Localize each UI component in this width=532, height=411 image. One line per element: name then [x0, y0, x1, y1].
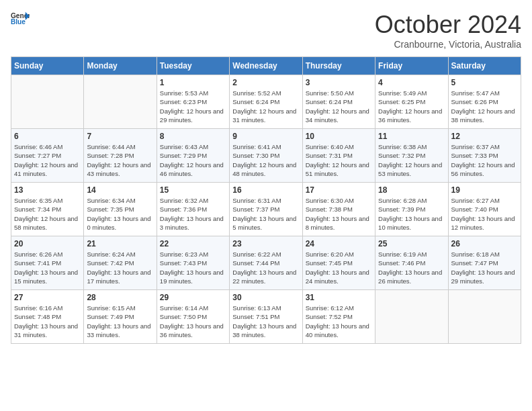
- calendar-week-row: 1Sunrise: 5:53 AMSunset: 6:23 PMDaylight…: [11, 75, 521, 129]
- day-number: 22: [160, 239, 226, 248]
- day-info: Sunrise: 6:44 AMSunset: 7:28 PMDaylight:…: [87, 142, 153, 178]
- day-number: 16: [232, 185, 299, 195]
- weekday-header: Sunday: [11, 57, 84, 75]
- calendar-cell: 10Sunrise: 6:40 AMSunset: 7:31 PMDayligh…: [302, 129, 375, 183]
- day-number: 21: [87, 239, 153, 248]
- day-info: Sunrise: 6:28 AMSunset: 7:39 PMDaylight:…: [378, 196, 445, 232]
- day-number: 5: [451, 78, 518, 87]
- calendar-cell: [448, 290, 521, 344]
- day-info: Sunrise: 6:15 AMSunset: 7:49 PMDaylight:…: [87, 304, 153, 339]
- day-number: 12: [451, 132, 518, 141]
- day-info: Sunrise: 5:47 AMSunset: 6:26 PMDaylight:…: [451, 89, 518, 124]
- calendar-cell: 4Sunrise: 5:49 AMSunset: 6:25 PMDaylight…: [375, 75, 448, 129]
- calendar-cell: 17Sunrise: 6:30 AMSunset: 7:38 PMDayligh…: [302, 183, 375, 236]
- weekday-header: Monday: [84, 57, 157, 75]
- day-info: Sunrise: 6:27 AMSunset: 7:40 PMDaylight:…: [451, 196, 518, 232]
- day-info: Sunrise: 6:12 AMSunset: 7:52 PMDaylight:…: [306, 304, 372, 339]
- day-info: Sunrise: 5:50 AMSunset: 6:24 PMDaylight:…: [306, 89, 372, 124]
- calendar-cell: 26Sunrise: 6:18 AMSunset: 7:47 PMDayligh…: [448, 236, 521, 290]
- calendar-cell: 20Sunrise: 6:26 AMSunset: 7:41 PMDayligh…: [11, 236, 84, 290]
- calendar-cell: [375, 290, 448, 344]
- day-info: Sunrise: 6:22 AMSunset: 7:44 PMDaylight:…: [232, 250, 299, 285]
- day-info: Sunrise: 6:40 AMSunset: 7:31 PMDaylight:…: [306, 142, 372, 178]
- day-info: Sunrise: 6:24 AMSunset: 7:42 PMDaylight:…: [87, 250, 153, 285]
- calendar-cell: 13Sunrise: 6:35 AMSunset: 7:34 PMDayligh…: [11, 183, 84, 236]
- calendar-cell: 22Sunrise: 6:23 AMSunset: 7:43 PMDayligh…: [157, 236, 229, 290]
- day-number: 24: [306, 239, 372, 248]
- day-info: Sunrise: 6:18 AMSunset: 7:47 PMDaylight:…: [451, 250, 518, 285]
- day-info: Sunrise: 6:38 AMSunset: 7:32 PMDaylight:…: [378, 142, 445, 178]
- calendar-cell: [84, 75, 157, 129]
- day-number: 27: [14, 293, 81, 302]
- day-info: Sunrise: 5:49 AMSunset: 6:25 PMDaylight:…: [378, 89, 445, 124]
- calendar-cell: 5Sunrise: 5:47 AMSunset: 6:26 PMDaylight…: [448, 75, 521, 129]
- calendar-cell: 18Sunrise: 6:28 AMSunset: 7:39 PMDayligh…: [375, 183, 448, 236]
- weekday-header: Wednesday: [230, 57, 302, 75]
- day-info: Sunrise: 6:23 AMSunset: 7:43 PMDaylight:…: [160, 250, 226, 285]
- day-info: Sunrise: 6:43 AMSunset: 7:29 PMDaylight:…: [160, 142, 226, 178]
- day-info: Sunrise: 6:41 AMSunset: 7:30 PMDaylight:…: [232, 142, 299, 178]
- weekday-header: Thursday: [302, 57, 375, 75]
- day-number: 4: [378, 78, 445, 87]
- day-info: Sunrise: 6:19 AMSunset: 7:46 PMDaylight:…: [378, 250, 445, 285]
- day-info: Sunrise: 6:16 AMSunset: 7:48 PMDaylight:…: [14, 304, 81, 339]
- day-number: 1: [160, 78, 226, 87]
- day-number: 25: [378, 239, 445, 248]
- day-number: 10: [306, 132, 372, 141]
- day-number: 7: [87, 132, 153, 141]
- day-number: 3: [306, 78, 372, 87]
- day-info: Sunrise: 6:20 AMSunset: 7:45 PMDaylight:…: [306, 250, 372, 285]
- weekday-header: Friday: [375, 57, 448, 75]
- calendar-cell: 2Sunrise: 5:52 AMSunset: 6:24 PMDaylight…: [230, 75, 302, 129]
- calendar-cell: 3Sunrise: 5:50 AMSunset: 6:24 PMDaylight…: [302, 75, 375, 129]
- calendar-week-row: 20Sunrise: 6:26 AMSunset: 7:41 PMDayligh…: [11, 236, 521, 290]
- day-number: 8: [160, 132, 226, 141]
- day-number: 30: [232, 293, 299, 302]
- calendar-cell: 14Sunrise: 6:34 AMSunset: 7:35 PMDayligh…: [84, 183, 157, 236]
- calendar-cell: 9Sunrise: 6:41 AMSunset: 7:30 PMDaylight…: [230, 129, 302, 183]
- day-info: Sunrise: 6:46 AMSunset: 7:27 PMDaylight:…: [14, 142, 81, 178]
- weekday-header: Saturday: [448, 57, 521, 75]
- weekday-header: Tuesday: [157, 57, 229, 75]
- calendar-cell: 7Sunrise: 6:44 AMSunset: 7:28 PMDaylight…: [84, 129, 157, 183]
- logo-icon: General Blue: [11, 11, 30, 26]
- day-info: Sunrise: 6:31 AMSunset: 7:37 PMDaylight:…: [232, 196, 299, 232]
- day-number: 14: [87, 185, 153, 195]
- calendar-cell: 28Sunrise: 6:15 AMSunset: 7:49 PMDayligh…: [84, 290, 157, 344]
- calendar-week-row: 27Sunrise: 6:16 AMSunset: 7:48 PMDayligh…: [11, 290, 521, 344]
- day-number: 13: [14, 185, 81, 195]
- calendar-cell: 16Sunrise: 6:31 AMSunset: 7:37 PMDayligh…: [230, 183, 302, 236]
- day-number: 23: [232, 239, 299, 248]
- location: Cranbourne, Victoria, Australia: [375, 39, 521, 50]
- day-number: 20: [14, 239, 81, 248]
- day-info: Sunrise: 5:52 AMSunset: 6:24 PMDaylight:…: [232, 89, 299, 124]
- day-info: Sunrise: 6:35 AMSunset: 7:34 PMDaylight:…: [14, 196, 81, 232]
- calendar-cell: 15Sunrise: 6:32 AMSunset: 7:36 PMDayligh…: [157, 183, 229, 236]
- calendar-week-row: 6Sunrise: 6:46 AMSunset: 7:27 PMDaylight…: [11, 129, 521, 183]
- calendar-cell: 27Sunrise: 6:16 AMSunset: 7:48 PMDayligh…: [11, 290, 84, 344]
- day-number: 6: [14, 132, 81, 141]
- calendar-cell: 6Sunrise: 6:46 AMSunset: 7:27 PMDaylight…: [11, 129, 84, 183]
- day-number: 11: [378, 132, 445, 141]
- calendar-cell: 25Sunrise: 6:19 AMSunset: 7:46 PMDayligh…: [375, 236, 448, 290]
- calendar-cell: 24Sunrise: 6:20 AMSunset: 7:45 PMDayligh…: [302, 236, 375, 290]
- day-number: 18: [378, 185, 445, 195]
- calendar-table: SundayMondayTuesdayWednesdayThursdayFrid…: [11, 56, 521, 344]
- svg-text:Blue: Blue: [11, 18, 26, 26]
- calendar-cell: 11Sunrise: 6:38 AMSunset: 7:32 PMDayligh…: [375, 129, 448, 183]
- day-number: 31: [306, 293, 372, 302]
- month-title: October 2024: [375, 11, 521, 39]
- calendar-cell: 23Sunrise: 6:22 AMSunset: 7:44 PMDayligh…: [230, 236, 302, 290]
- day-info: Sunrise: 6:30 AMSunset: 7:38 PMDaylight:…: [306, 196, 372, 232]
- day-number: 17: [306, 185, 372, 195]
- day-number: 28: [87, 293, 153, 302]
- day-info: Sunrise: 6:32 AMSunset: 7:36 PMDaylight:…: [160, 196, 226, 232]
- day-number: 29: [160, 293, 226, 302]
- calendar-cell: 8Sunrise: 6:43 AMSunset: 7:29 PMDaylight…: [157, 129, 229, 183]
- page-header: General Blue October 2024 Cranbourne, Vi…: [11, 11, 521, 50]
- day-number: 19: [451, 185, 518, 195]
- day-number: 15: [160, 185, 226, 195]
- calendar-cell: 1Sunrise: 5:53 AMSunset: 6:23 PMDaylight…: [157, 75, 229, 129]
- day-number: 9: [232, 132, 299, 141]
- day-number: 2: [232, 78, 299, 87]
